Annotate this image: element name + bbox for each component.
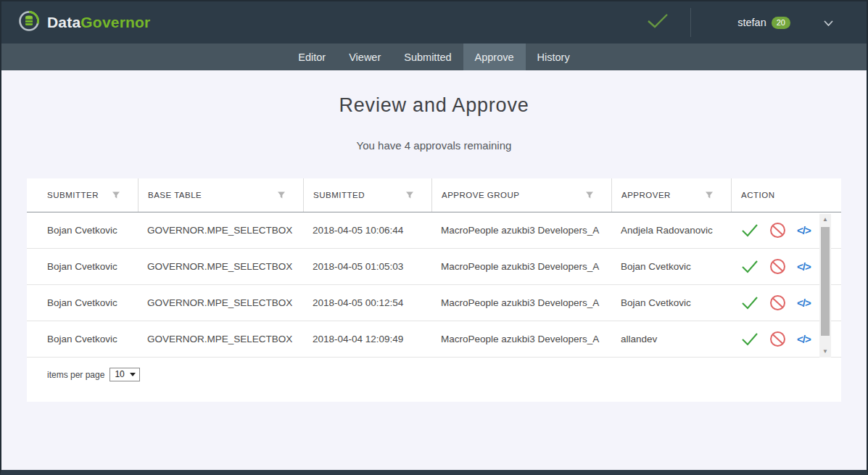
approve-check-icon[interactable]	[741, 223, 759, 237]
column-header-base-table[interactable]: BASE TABLE	[138, 178, 303, 212]
app-window: DataGovernor stefan 20 Editor Viewer Sub…	[0, 0, 868, 475]
scroll-up-icon[interactable]: ▲	[822, 214, 828, 226]
column-label: APPROVE GROUP	[442, 191, 519, 199]
filter-funnel-icon[interactable]	[277, 191, 286, 199]
tab-editor[interactable]: Editor	[286, 44, 337, 70]
cell-approver: Bojan Cvetkovic	[611, 249, 731, 284]
filter-funnel-icon[interactable]	[585, 191, 594, 199]
reject-ban-icon[interactable]	[769, 294, 786, 311]
tab-viewer[interactable]: Viewer	[337, 44, 392, 70]
header-divider	[690, 8, 691, 37]
cell-approver: allandev	[611, 321, 731, 357]
view-code-icon[interactable]: </>	[797, 260, 811, 273]
tab-history[interactable]: History	[526, 44, 582, 70]
cell-approve-group: MacroPeople azukbi3 Developers_A	[431, 249, 611, 284]
user-count-badge: 20	[772, 17, 790, 29]
approve-check-icon[interactable]	[741, 332, 759, 346]
column-label: BASE TABLE	[148, 191, 202, 199]
column-label: SUBMITTER	[47, 191, 99, 199]
table-row: Bojan Cvetkovic GOVERNOR.MPE_SELECTBOX 2…	[27, 212, 841, 249]
cell-approver: Bojan Cvetkovic	[611, 285, 731, 321]
approvals-table-card: SUBMITTER BASE TABLE SUBMITTED APPROVE G…	[27, 178, 841, 402]
table-row: Bojan Cvetkovic GOVERNOR.MPE_SELECTBOX 2…	[27, 321, 841, 358]
brand-logo[interactable]: DataGovernor	[17, 9, 150, 36]
approvals-remaining-text: You have 4 approvals remaining	[1, 139, 867, 152]
cell-approve-group: MacroPeople azukbi3 Developers_A	[431, 321, 611, 357]
cell-approve-group: MacroPeople azukbi3 Developers_A	[431, 285, 611, 321]
column-label: APPROVER	[621, 191, 671, 199]
top-header: DataGovernor stefan 20	[1, 1, 867, 44]
reject-ban-icon[interactable]	[769, 258, 786, 275]
cell-submitter: Bojan Cvetkovic	[27, 285, 138, 321]
main-nav: Editor Viewer Submitted Approve History	[1, 44, 867, 70]
filter-funnel-icon[interactable]	[705, 191, 714, 199]
cell-approve-group: MacroPeople azukbi3 Developers_A	[431, 212, 611, 248]
scrollbar-thumb[interactable]	[821, 227, 830, 336]
items-per-page-value: 10	[115, 369, 124, 379]
column-header-approve-group[interactable]: APPROVE GROUP	[431, 178, 611, 212]
approve-check-icon[interactable]	[741, 296, 759, 310]
cell-base-table: GOVERNOR.MPE_SELECTBOX	[138, 321, 303, 357]
items-per-page-select[interactable]: 10	[109, 368, 139, 381]
column-label: SUBMITTED	[313, 191, 365, 199]
table-scrollbar[interactable]: ▲ ▼	[819, 214, 831, 358]
view-code-icon[interactable]: </>	[797, 297, 811, 309]
approvals-check-icon[interactable]	[647, 13, 669, 32]
cell-approver: Andjela Radovanovic	[611, 212, 731, 248]
page-title: Review and Approve	[1, 94, 867, 117]
cell-submitter: Bojan Cvetkovic	[27, 249, 138, 284]
cell-base-table: GOVERNOR.MPE_SELECTBOX	[138, 212, 303, 248]
view-code-icon[interactable]: </>	[797, 224, 811, 236]
cell-submitted: 2018-04-05 10:06:44	[303, 212, 431, 248]
cell-submitted: 2018-04-05 01:05:03	[303, 249, 431, 284]
cell-submitter: Bojan Cvetkovic	[27, 321, 138, 357]
tab-submitted[interactable]: Submitted	[392, 44, 463, 70]
tab-approve[interactable]: Approve	[463, 44, 526, 70]
brand-name: DataGovernor	[47, 14, 150, 31]
column-header-approver[interactable]: APPROVER	[611, 178, 731, 212]
reject-ban-icon[interactable]	[769, 331, 786, 347]
scroll-down-icon[interactable]: ▼	[822, 346, 828, 358]
cell-base-table: GOVERNOR.MPE_SELECTBOX	[138, 249, 303, 284]
cell-submitted: 2018-04-04 12:09:49	[303, 321, 431, 357]
table-header-row: SUBMITTER BASE TABLE SUBMITTED APPROVE G…	[27, 178, 841, 212]
items-per-page-label: items per page	[47, 370, 104, 380]
pagination-bar: items per page 10	[27, 358, 841, 381]
cell-submitter: Bojan Cvetkovic	[27, 212, 138, 248]
view-code-icon[interactable]: </>	[797, 333, 811, 345]
cell-submitted: 2018-04-05 00:12:54	[303, 285, 431, 321]
column-header-submitted[interactable]: SUBMITTED	[303, 178, 431, 212]
table-row: Bojan Cvetkovic GOVERNOR.MPE_SELECTBOX 2…	[27, 285, 841, 321]
cell-base-table: GOVERNOR.MPE_SELECTBOX	[138, 285, 303, 321]
table-row: Bojan Cvetkovic GOVERNOR.MPE_SELECTBOX 2…	[27, 249, 841, 285]
database-logo-icon	[17, 9, 41, 36]
brand-name-part1: Data	[47, 14, 80, 30]
column-label: ACTION	[741, 191, 774, 199]
user-menu-chevron-down-icon[interactable]	[824, 16, 833, 29]
reject-ban-icon[interactable]	[769, 222, 786, 239]
dropdown-arrow-icon	[130, 373, 136, 376]
user-name[interactable]: stefan	[737, 17, 766, 28]
brand-name-part2: Governor	[80, 14, 150, 30]
filter-funnel-icon[interactable]	[405, 191, 414, 199]
table-body: Bojan Cvetkovic GOVERNOR.MPE_SELECTBOX 2…	[27, 212, 841, 358]
column-header-action: ACTION	[731, 178, 841, 212]
approve-check-icon[interactable]	[741, 260, 759, 273]
column-header-submitter[interactable]: SUBMITTER	[27, 178, 138, 212]
filter-funnel-icon[interactable]	[112, 191, 120, 199]
